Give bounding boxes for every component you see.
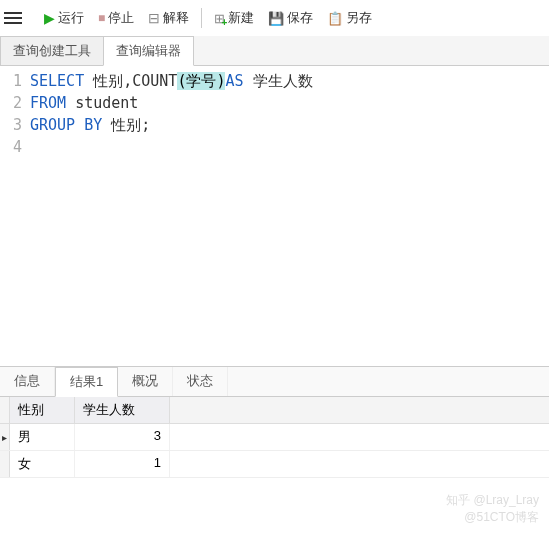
sql-editor[interactable]: 1 2 3 4 SELECT 性别,COUNT(学号)AS 学生人数 FROM … (0, 66, 549, 366)
stop-label: 停止 (108, 9, 134, 27)
table-row[interactable]: ▸ 男 3 (0, 424, 549, 451)
new-label: 新建 (228, 9, 254, 27)
explain-button[interactable]: ⊟解释 (142, 6, 195, 30)
save-label: 保存 (287, 9, 313, 27)
tab-info[interactable]: 信息 (0, 367, 55, 396)
tab-result1[interactable]: 结果1 (55, 367, 118, 397)
column-header[interactable]: 学生人数 (75, 397, 170, 423)
editor-tabs: 查询创建工具 查询编辑器 (0, 36, 549, 66)
stop-button[interactable]: ■停止 (92, 6, 140, 30)
save-button[interactable]: 💾保存 (262, 6, 319, 30)
line-gutter: 1 2 3 4 (0, 70, 30, 366)
saveas-button[interactable]: 📋另存 (321, 6, 378, 30)
new-icon: ⊞ (214, 11, 225, 26)
tab-query-editor[interactable]: 查询编辑器 (103, 36, 194, 66)
table-row[interactable]: 女 1 (0, 451, 549, 478)
cell[interactable]: 1 (75, 451, 170, 477)
main-toolbar: ▶运行 ■停止 ⊟解释 ⊞新建 💾保存 📋另存 (0, 0, 549, 36)
menu-icon[interactable] (4, 8, 28, 28)
save-icon: 💾 (268, 11, 284, 26)
result-tabs: 信息 结果1 概况 状态 (0, 366, 549, 397)
cell[interactable]: 3 (75, 424, 170, 450)
run-button[interactable]: ▶运行 (38, 6, 90, 30)
new-button[interactable]: ⊞新建 (208, 6, 260, 30)
cell[interactable]: 男 (10, 424, 75, 450)
tab-query-builder[interactable]: 查询创建工具 (0, 36, 104, 65)
tab-status[interactable]: 状态 (173, 367, 228, 396)
stop-icon: ■ (98, 11, 105, 25)
tab-profile[interactable]: 概况 (118, 367, 173, 396)
watermark: 知乎 @Lray_Lray @51CTO博客 (446, 492, 539, 526)
play-icon: ▶ (44, 10, 55, 26)
explain-icon: ⊟ (148, 10, 160, 26)
explain-label: 解释 (163, 9, 189, 27)
saveas-label: 另存 (346, 9, 372, 27)
row-marker-icon (0, 451, 10, 477)
code-area[interactable]: SELECT 性别,COUNT(学号)AS 学生人数 FROM student … (30, 70, 549, 366)
run-label: 运行 (58, 9, 84, 27)
result-grid: 性别 学生人数 ▸ 男 3 女 1 (0, 397, 549, 478)
column-header[interactable]: 性别 (10, 397, 75, 423)
separator (201, 8, 202, 28)
saveas-icon: 📋 (327, 11, 343, 26)
row-marker-header (0, 397, 10, 423)
row-marker-icon: ▸ (0, 424, 10, 450)
grid-header: 性别 学生人数 (0, 397, 549, 424)
cell[interactable]: 女 (10, 451, 75, 477)
